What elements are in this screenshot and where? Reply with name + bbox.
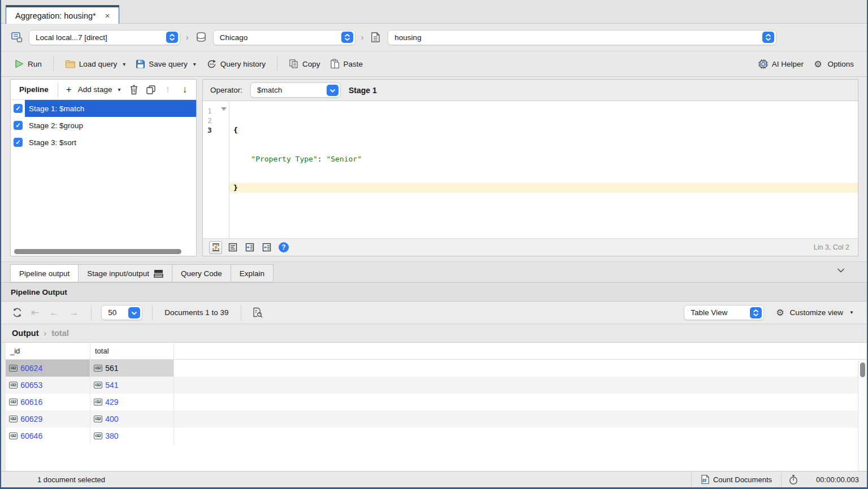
breadcrumb-chevron: › bbox=[185, 33, 189, 42]
history-icon bbox=[206, 59, 217, 69]
results-table: _id total i3260624 i32561 i3260653 i3254… bbox=[1, 343, 867, 471]
collection-dropdown[interactable]: housing bbox=[388, 30, 776, 45]
table-row[interactable]: i3260646 i32380 bbox=[6, 427, 867, 444]
run-button[interactable]: Run bbox=[10, 56, 46, 72]
stage-checkbox-checked[interactable] bbox=[14, 121, 23, 130]
duplicate-stage-icon[interactable] bbox=[145, 83, 157, 97]
database-icon bbox=[194, 30, 208, 44]
ai-helper-button[interactable]: AI Helper bbox=[754, 56, 808, 72]
int32-type-icon: i32 bbox=[9, 382, 18, 388]
breadcrumb-chevron: › bbox=[44, 329, 47, 338]
previous-page-icon[interactable]: ← bbox=[46, 307, 62, 318]
scrollbar-thumb[interactable] bbox=[860, 363, 865, 377]
table-row[interactable]: i3260616 i32429 bbox=[6, 394, 867, 411]
tab-close-icon[interactable]: × bbox=[104, 11, 111, 20]
pipeline-horizontal-scrollbar[interactable] bbox=[11, 247, 196, 256]
operator-label: Operator: bbox=[210, 86, 242, 94]
table-row[interactable]: i3260629 i32400 bbox=[6, 411, 867, 427]
int32-type-icon: i32 bbox=[9, 399, 18, 405]
status-bar: 1 document selected Count Documents 00:0… bbox=[1, 471, 867, 487]
cell-total[interactable]: i32400 bbox=[90, 411, 174, 427]
table-row[interactable]: i3260653 i32541 bbox=[6, 377, 867, 394]
query-history-button[interactable]: Query history bbox=[202, 56, 270, 72]
toolbar-separator bbox=[53, 56, 54, 71]
connection-bar: Local local...7 [direct] › Chicago › hou… bbox=[1, 24, 867, 51]
int32-type-icon: i32 bbox=[94, 399, 102, 405]
table-row[interactable]: i3260624 i32561 bbox=[6, 360, 867, 377]
editor-gutter: 1 2 3 bbox=[203, 101, 229, 238]
breadcrumb-root[interactable]: Output bbox=[12, 329, 39, 338]
code-fold-icon[interactable] bbox=[221, 107, 227, 111]
int32-type-icon: i32 bbox=[9, 416, 18, 422]
copy-button[interactable]: Copy bbox=[285, 56, 324, 72]
cell-total[interactable]: i32380 bbox=[90, 427, 174, 444]
cell-id[interactable]: i3260616 bbox=[6, 394, 90, 411]
align-text-button[interactable] bbox=[226, 241, 239, 254]
int32-type-icon: i32 bbox=[94, 416, 102, 422]
toolbar-separator bbox=[241, 305, 241, 320]
documents-range-label: Documents 1 to 39 bbox=[162, 308, 231, 317]
scrollbar-thumb[interactable] bbox=[14, 249, 181, 254]
code-editor[interactable]: 1 2 3 { "Property Type": "Senior" } bbox=[203, 101, 858, 238]
breadcrumb-field[interactable]: total bbox=[51, 329, 69, 338]
cell-total[interactable]: i32561 bbox=[90, 360, 174, 377]
cell-total[interactable]: i32429 bbox=[90, 394, 174, 411]
column-header-id[interactable]: _id bbox=[6, 343, 90, 359]
toolbar-separator bbox=[91, 305, 92, 320]
stage-checkbox-checked[interactable] bbox=[14, 104, 23, 113]
stage-checkbox-checked[interactable] bbox=[14, 138, 23, 147]
cell-id[interactable]: i3260629 bbox=[6, 411, 90, 427]
gear-icon: ⚙ bbox=[814, 59, 822, 69]
help-icon[interactable] bbox=[279, 242, 289, 252]
cell-id[interactable]: i3260624 bbox=[6, 360, 90, 377]
page-size-dropdown[interactable]: 50 bbox=[101, 305, 142, 320]
first-page-icon[interactable]: ⇤ bbox=[28, 307, 42, 318]
stage-row-1[interactable]: Stage 1: $match bbox=[11, 100, 196, 117]
count-documents-button[interactable]: Count Documents bbox=[697, 471, 776, 487]
stage-row-3[interactable]: Stage 3: $sort bbox=[11, 134, 196, 151]
main-split: Pipeline Add stage ↑ ↓ Stage 1: $match bbox=[1, 77, 867, 261]
view-mode-dropdown[interactable]: Table View bbox=[684, 305, 764, 320]
move-stage-up-icon[interactable]: ↑ bbox=[162, 83, 174, 97]
database-dropdown[interactable]: Chicago bbox=[213, 30, 355, 45]
statusbar-separator bbox=[691, 472, 692, 487]
pipeline-output-header: Pipeline Output bbox=[1, 282, 867, 302]
pipeline-header-separator bbox=[58, 82, 58, 97]
cell-id[interactable]: i3260653 bbox=[6, 377, 90, 394]
collapse-panel-icon[interactable] bbox=[836, 268, 845, 273]
indent-left-button[interactable] bbox=[260, 241, 273, 254]
save-query-button[interactable]: Save query bbox=[132, 56, 199, 72]
output-toolbar: ⇤ ← → 50 Documents 1 to 39 Table View ⚙ … bbox=[1, 302, 867, 324]
refresh-icon[interactable] bbox=[10, 306, 24, 320]
stage-editor-panel: Operator: $match Stage 1 1 2 3 { "Proper… bbox=[202, 79, 858, 256]
tab-explain[interactable]: Explain bbox=[231, 264, 274, 282]
add-stage-button[interactable]: Add stage bbox=[64, 83, 123, 97]
find-in-results-icon[interactable] bbox=[251, 306, 264, 320]
code-pane[interactable]: { "Property Type": "Senior" } bbox=[229, 101, 858, 238]
operator-dropdown[interactable]: $match bbox=[250, 82, 341, 98]
column-header-total[interactable]: total bbox=[90, 343, 174, 359]
table-vertical-scrollbar[interactable] bbox=[858, 360, 867, 471]
next-page-icon[interactable]: → bbox=[66, 307, 81, 318]
paste-button[interactable]: Paste bbox=[326, 56, 367, 72]
load-query-button[interactable]: Load query bbox=[61, 56, 130, 71]
operator-header: Operator: $match Stage 1 bbox=[203, 80, 858, 101]
indent-right-button[interactable] bbox=[243, 241, 256, 254]
cell-total[interactable]: i32541 bbox=[90, 377, 174, 394]
delete-stage-icon[interactable] bbox=[127, 83, 140, 97]
move-stage-down-icon[interactable]: ↓ bbox=[179, 83, 191, 97]
server-dropdown[interactable]: Local local...7 [direct] bbox=[29, 30, 180, 45]
tab-pipeline-output[interactable]: Pipeline output bbox=[10, 264, 79, 282]
options-button[interactable]: ⚙ Options bbox=[810, 56, 858, 72]
tab-query-code[interactable]: Query Code bbox=[172, 264, 231, 282]
tab-aggregation-housing[interactable]: Aggregation: housing* × bbox=[6, 5, 119, 24]
customize-view-button[interactable]: ⚙ Customize view bbox=[772, 304, 858, 321]
stage-row-2[interactable]: Stage 2: $group bbox=[11, 117, 196, 134]
cell-id[interactable]: i3260646 bbox=[6, 427, 90, 444]
dropdown-stepper-icon bbox=[750, 307, 762, 318]
tab-title: Aggregation: housing* bbox=[15, 11, 96, 20]
row-filler bbox=[174, 411, 867, 427]
stage-name-label: Stage 1 bbox=[349, 86, 377, 95]
format-code-button[interactable] bbox=[209, 241, 222, 254]
tab-stage-input-output[interactable]: Stage input/output bbox=[79, 264, 172, 282]
